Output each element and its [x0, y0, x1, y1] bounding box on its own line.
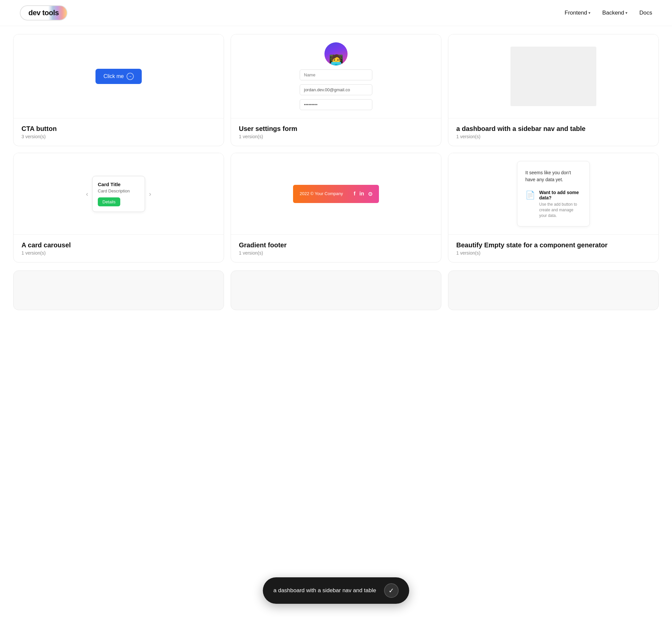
- add-file-icon: 📄: [525, 190, 535, 200]
- gradient-footer-preview-area: 2022 © Your Company f in ⊙: [231, 153, 441, 234]
- carousel: ‹ Card Title Card Description Details ›: [21, 176, 216, 212]
- dashboard-preview-area: [448, 34, 658, 118]
- gradient-footer: 2022 © Your Company f in ⊙: [293, 185, 379, 203]
- no-data-text: It seems like you don't have any data ye…: [525, 169, 582, 183]
- dashboard-thumbnail: [511, 47, 596, 106]
- chevron-down-icon: ▾: [588, 11, 590, 15]
- carousel-next-button[interactable]: ›: [149, 190, 151, 198]
- user-settings-info: User settings form 1 version(s): [231, 118, 441, 146]
- cta-button-versions: 3 version(s): [21, 134, 216, 139]
- footer-social-icons: f in ⊙: [353, 191, 372, 197]
- card-gradient-footer: 2022 © Your Company f in ⊙ Gradient foot…: [231, 153, 441, 262]
- instagram-icon[interactable]: ⊙: [368, 191, 372, 197]
- gradient-footer-versions: 1 version(s): [239, 250, 433, 256]
- user-settings-versions: 1 version(s): [239, 134, 433, 139]
- user-form: 🧑‍💻: [300, 42, 372, 110]
- empty-state-title: Want to add some data?: [539, 190, 582, 200]
- gradient-footer-title: Gradient footer: [239, 241, 433, 249]
- empty-state-card-title: Beautify Empty state for a component gen…: [456, 241, 651, 249]
- password-input[interactable]: [300, 99, 372, 110]
- card-dashboard: a dashboard with a sidebar nav and table…: [448, 34, 659, 146]
- toast-message: a dashboard with a sidebar nav and table: [274, 587, 376, 594]
- dashboard-versions: 1 version(s): [456, 134, 651, 139]
- partial-card-1: [13, 270, 224, 310]
- carousel-versions: 1 version(s): [21, 250, 216, 256]
- card-carousel: ‹ Card Title Card Description Details › …: [13, 153, 224, 262]
- card-user-settings: 🧑‍💻 User settings form 1 version(s): [231, 34, 441, 146]
- carousel-card-desc: Card Description: [98, 189, 139, 193]
- toast-notification: a dashboard with a sidebar nav and table…: [263, 577, 409, 604]
- card-grid: Click me → CTA button 3 version(s) 🧑‍💻: [0, 26, 672, 270]
- gradient-footer-info: Gradient footer 1 version(s): [231, 234, 441, 262]
- card-cta-button: Click me → CTA button 3 version(s): [13, 34, 224, 146]
- carousel-preview-area: ‹ Card Title Card Description Details ›: [14, 153, 224, 234]
- cta-button-info: CTA button 3 version(s): [14, 118, 224, 146]
- cta-button-preview: Click me →: [14, 34, 224, 118]
- dashboard-info: a dashboard with a sidebar nav and table…: [448, 118, 658, 146]
- empty-state-preview-area: It seems like you don't have any data ye…: [448, 153, 658, 234]
- name-input[interactable]: [300, 69, 372, 80]
- carousel-title: A card carousel: [21, 241, 216, 249]
- user-settings-title: User settings form: [239, 125, 433, 133]
- email-input[interactable]: [300, 84, 372, 95]
- linkedin-icon[interactable]: in: [359, 191, 364, 197]
- nav-backend[interactable]: Backend ▾: [602, 10, 627, 16]
- footer-company-name: 2022 © Your Company: [300, 191, 343, 197]
- bottom-partial-row: [0, 270, 672, 337]
- nav-docs[interactable]: Docs: [639, 10, 652, 16]
- empty-state-versions: 1 version(s): [456, 250, 651, 256]
- carousel-details-button[interactable]: Details: [98, 197, 120, 206]
- empty-state-desc: Use the add button to create and manage …: [539, 202, 582, 218]
- arrow-icon: →: [126, 73, 134, 80]
- card-empty-state: It seems like you don't have any data ye…: [448, 153, 659, 262]
- empty-state-text-block: Want to add some data? Use the add butto…: [539, 190, 582, 218]
- empty-state-info: Beautify Empty state for a component gen…: [448, 234, 658, 262]
- partial-card-2: [231, 270, 441, 310]
- avatar: 🧑‍💻: [324, 42, 348, 65]
- header: dev tools Frontend ▾ Backend ▾ Docs: [0, 0, 672, 26]
- partial-card-3: [448, 270, 659, 310]
- toast-check-icon: ✓: [384, 583, 398, 598]
- avatar-emoji: 🧑‍💻: [329, 55, 344, 65]
- facebook-icon[interactable]: f: [353, 191, 355, 197]
- empty-state: It seems like you don't have any data ye…: [517, 161, 590, 226]
- carousel-card-title: Card Title: [98, 182, 139, 187]
- chevron-down-icon: ▾: [625, 11, 627, 15]
- carousel-prev-button[interactable]: ‹: [86, 190, 88, 198]
- click-me-button[interactable]: Click me →: [95, 69, 141, 84]
- cta-button-title: CTA button: [21, 125, 216, 133]
- dashboard-title: a dashboard with a sidebar nav and table: [456, 125, 651, 133]
- avatar-inner: 🧑‍💻: [324, 42, 348, 65]
- carousel-info: A card carousel 1 version(s): [14, 234, 224, 262]
- empty-state-body: 📄 Want to add some data? Use the add but…: [525, 190, 582, 218]
- carousel-card: Card Title Card Description Details: [92, 176, 145, 212]
- user-settings-preview: 🧑‍💻: [231, 34, 441, 118]
- logo[interactable]: dev tools: [20, 5, 67, 20]
- nav-frontend[interactable]: Frontend ▾: [565, 10, 590, 16]
- main-nav: Frontend ▾ Backend ▾ Docs: [565, 10, 652, 16]
